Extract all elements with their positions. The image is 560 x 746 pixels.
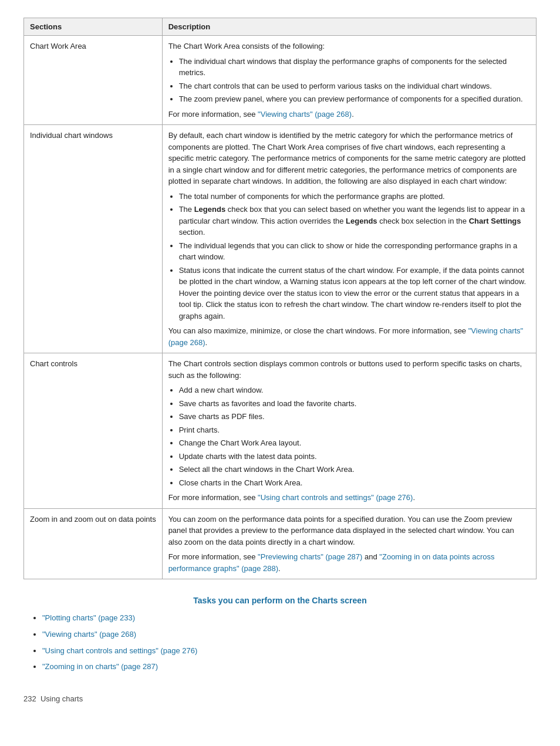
footer-link[interactable]: "Viewing charts" (page 268) bbox=[258, 110, 352, 119]
footer-link[interactable]: "Using chart controls and settings" (pag… bbox=[258, 493, 413, 502]
table-row: Zoom in and zoom out on data points You … bbox=[24, 508, 537, 579]
section-label-individual-chart-windows: Individual chart windows bbox=[24, 125, 163, 353]
task-list: "Plotting charts" (page 233) "Viewing ch… bbox=[42, 612, 537, 673]
tasks-heading: Tasks you can perform on the Charts scre… bbox=[23, 596, 537, 605]
page-number: 232 bbox=[23, 694, 36, 703]
list-item: Save charts as PDF files. bbox=[179, 411, 530, 423]
desc-individual-chart-windows: By default, each chart window is identif… bbox=[162, 125, 536, 353]
col-header-description: Description bbox=[162, 18, 536, 36]
bullet-list: The individual chart windows that displa… bbox=[179, 56, 530, 105]
sections-table: Sections Description Chart Work Area The… bbox=[23, 18, 537, 579]
footer-link1[interactable]: "Previewing charts" (page 287) bbox=[258, 552, 362, 561]
footer-text: For more information, see "Using chart c… bbox=[168, 492, 530, 504]
list-item: "Using chart controls and settings" (pag… bbox=[42, 645, 537, 657]
table-row: Chart controls The Chart controls sectio… bbox=[24, 353, 537, 509]
list-item: The total number of components for which… bbox=[179, 191, 530, 202]
table-row: Individual chart windows By default, eac… bbox=[24, 125, 537, 353]
section-label-chart-work-area: Chart Work Area bbox=[24, 36, 163, 125]
task-link-viewing[interactable]: "Viewing charts" (page 268) bbox=[42, 630, 136, 639]
list-item: The chart controls that can be used to p… bbox=[179, 80, 530, 92]
list-item: The zoom preview panel, where you can pr… bbox=[179, 93, 530, 105]
list-item: Status icons that indicate the current s… bbox=[179, 265, 530, 322]
page-footer: 232 Using charts bbox=[23, 694, 537, 703]
desc-chart-work-area: The Chart Work Area consists of the foll… bbox=[162, 36, 536, 125]
task-link-zooming[interactable]: "Zooming in on charts" (page 287) bbox=[42, 662, 158, 671]
list-item: Save charts as favorites and load the fa… bbox=[179, 398, 530, 410]
desc-intro: You can zoom on the performance data poi… bbox=[168, 514, 530, 548]
col-header-sections: Sections bbox=[24, 18, 163, 36]
footer-text: You can also maximize, minimize, or clos… bbox=[168, 325, 530, 348]
list-item: Print charts. bbox=[179, 424, 530, 436]
task-link-plotting[interactable]: "Plotting charts" (page 233) bbox=[42, 613, 135, 622]
footer-text: For more information, see "Viewing chart… bbox=[168, 109, 530, 120]
desc-zoom: You can zoom on the performance data poi… bbox=[162, 508, 536, 579]
bullet-list: The total number of components for which… bbox=[179, 191, 530, 322]
list-item: Change the Chart Work Area layout. bbox=[179, 437, 530, 449]
bullet-list: Add a new chart window. Save charts as f… bbox=[179, 384, 530, 488]
table-row: Chart Work Area The Chart Work Area cons… bbox=[24, 36, 537, 125]
list-item: "Zooming in on charts" (page 287) bbox=[42, 661, 537, 673]
desc-intro: By default, each chart window is identif… bbox=[168, 130, 530, 187]
desc-chart-controls: The Chart controls section displays comm… bbox=[162, 353, 536, 509]
desc-intro: The Chart controls section displays comm… bbox=[168, 358, 530, 381]
list-item: Update charts with the latest data point… bbox=[179, 451, 530, 463]
task-link-controls[interactable]: "Using chart controls and settings" (pag… bbox=[42, 646, 197, 655]
tasks-section: Tasks you can perform on the Charts scre… bbox=[23, 596, 537, 673]
section-label-chart-controls: Chart controls bbox=[24, 353, 163, 509]
section-label-zoom: Zoom in and zoom out on data points bbox=[24, 508, 163, 579]
page-content: Sections Description Chart Work Area The… bbox=[23, 18, 537, 703]
page-text: Using charts bbox=[41, 694, 83, 703]
list-item: "Viewing charts" (page 268) bbox=[42, 629, 537, 641]
footer-text: For more information, see "Previewing ch… bbox=[168, 551, 530, 574]
list-item: Select all the chart windows in the Char… bbox=[179, 464, 530, 475]
footer-link[interactable]: "Viewing charts" (page 268) bbox=[168, 326, 524, 347]
list-item: Close charts in the Chart Work Area. bbox=[179, 477, 530, 489]
list-item: The individual legends that you can clic… bbox=[179, 240, 530, 263]
list-item: Add a new chart window. bbox=[179, 384, 530, 396]
list-item: "Plotting charts" (page 233) bbox=[42, 612, 537, 625]
list-item: The individual chart windows that displa… bbox=[179, 56, 530, 79]
desc-intro: The Chart Work Area consists of the foll… bbox=[168, 40, 530, 52]
list-item: The Legends check box that you can selec… bbox=[179, 204, 530, 238]
